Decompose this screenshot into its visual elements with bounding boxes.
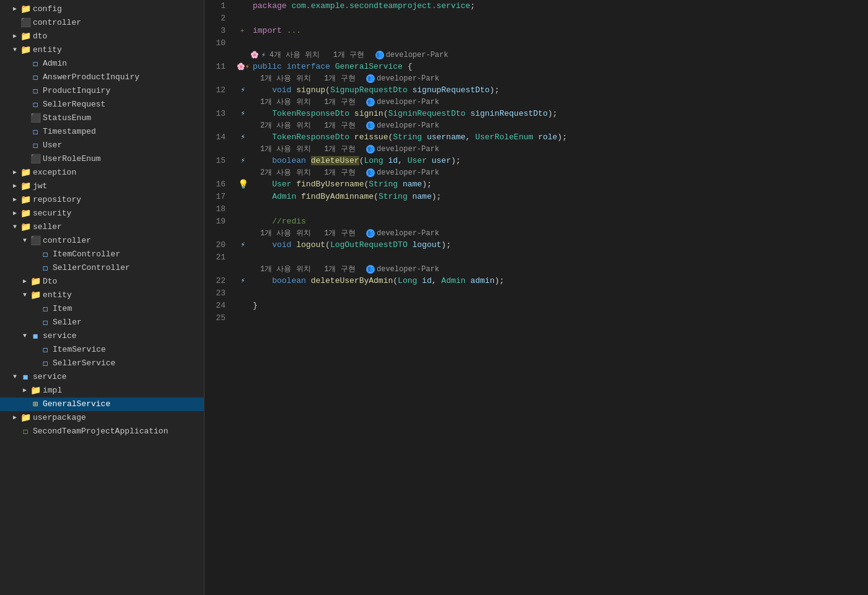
code-23 [250, 287, 868, 300]
sidebar-item-seller[interactable]: ▼ 📁 seller [0, 220, 204, 234]
hint-text-15: 1개 사용 위치 1개 구현 [260, 144, 364, 155]
sidebar-item-seller-entity[interactable]: ▼ 📁 entity [0, 289, 204, 302]
sidebar-item-item[interactable]: ◻ Item [0, 302, 204, 316]
sidebar-item-admin[interactable]: ◻ Admin [0, 57, 204, 71]
gutter-20: ⚡ [235, 239, 250, 251]
sidebar-item-userpackage[interactable]: ▶ 📁 userpackage [0, 411, 204, 425]
line-num-3: 3 [204, 25, 235, 37]
sidebar-item-dto[interactable]: ▶ 📁 dto [0, 30, 204, 43]
gutter-15: ⚡ [235, 155, 250, 167]
code-line-3: 3 + import ... [204, 25, 868, 37]
sidebar-label-dto: dto [33, 30, 47, 43]
hint-line-11: 🌸 ⚡ 4개 사용 위치 1개 구현 👥 developer-Park [204, 50, 868, 61]
gutter-13: ⚡ [235, 108, 250, 120]
sidebar-item-sellerrequest[interactable]: ◻ SellerRequest [0, 98, 204, 111]
sidebar-label-entity: entity [33, 44, 62, 56]
line-num-21: 21 [204, 251, 235, 264]
sidebar-label-statusenum: StatusEnum [43, 112, 91, 124]
sidebar-label-sellerrequest: SellerRequest [43, 98, 105, 111]
sidebar-item-repository[interactable]: ▶ 📁 repository [0, 193, 204, 207]
sidebar-item-config[interactable]: ▶ 📁 config [0, 2, 204, 16]
sidebar-item-user[interactable]: ◻ User [0, 139, 204, 152]
sidebar-item-controller[interactable]: ⬛ controller [0, 16, 204, 30]
hint-text-13: 1개 사용 위치 1개 구현 [260, 97, 364, 108]
sidebar-item-userroleenum[interactable]: ⬛ UserRoleEnum [0, 152, 204, 166]
code-13: TokenResponseDto signin(SigninRequestDto… [250, 108, 868, 120]
arrow-config: ▶ [10, 3, 20, 15]
code-line-13: 13 ⚡ TokenResponseDto signin(SigninReque… [204, 108, 868, 120]
user-avatar-15: 👥 [366, 145, 375, 154]
sidebar-label-admin: Admin [43, 58, 67, 70]
sidebar-item-statusenum[interactable]: ⬛ StatusEnum [0, 111, 204, 125]
line-num-22: 22 [204, 275, 235, 287]
sidebar-label-security: security [33, 207, 71, 220]
hint-dev-22: developer-Park [377, 264, 439, 275]
sidebar-item-sellerservice[interactable]: ◻ SellerService [0, 357, 204, 370]
folder-icon-entity: 📁 [20, 44, 31, 56]
user-avatar-11: 👥 [375, 51, 384, 59]
class-icon-productinquiry: ◻ [30, 85, 41, 97]
class-icon-timestamped: ◻ [30, 126, 41, 138]
sidebar-item-exception[interactable]: ▶ 📁 exception [0, 166, 204, 180]
hint-line-22: 1개 사용 위치 1개 구현 👥 developer-Park [204, 264, 868, 275]
sidebar-label-seller-service: service [43, 330, 77, 342]
fold-icon-3[interactable]: + [240, 25, 245, 37]
sidebar-label-userpackage: userpackage [33, 412, 86, 424]
sidebar-item-impl[interactable]: ▶ 📁 impl [0, 384, 204, 397]
code-15: boolean deleteUser(Long id, User user); [250, 155, 868, 167]
code-17: Admin findByAdminname(String name); [250, 191, 868, 203]
folder-icon-security: 📁 [20, 207, 31, 220]
icon-controller: ⬛ [20, 17, 31, 29]
sidebar-item-answerproductinquiry[interactable]: ◻ AnswerProductInquiry [0, 71, 204, 84]
sidebar-label-userroleenum: UserRoleEnum [43, 153, 101, 165]
sidebar-item-timestamped[interactable]: ◻ Timestamped [0, 125, 204, 139]
hint-line-15: 1개 사용 위치 1개 구현 👥 developer-Park [204, 144, 868, 155]
class-icon-user: ◻ [30, 139, 41, 152]
sidebar-item-itemcontroller[interactable]: ◻ ItemController [0, 248, 204, 261]
sidebar-item-security[interactable]: ▶ 📁 security [0, 207, 204, 220]
sidebar-label-jwt: jwt [33, 180, 47, 193]
hint-run-icon-11[interactable]: ⚡ [261, 50, 266, 61]
code-line-15: 15 ⚡ boolean deleteUser(Long id, User us… [204, 155, 868, 167]
code-line-24: 24 } [204, 300, 868, 312]
code-1: package com.example.secondteamproject.se… [250, 0, 868, 12]
user-avatar-12: 👥 [366, 74, 375, 83]
code-line-1: 1 package com.example.secondteamproject.… [204, 0, 868, 12]
sidebar-item-generalservice[interactable]: ⊞ GeneralService [0, 397, 204, 411]
hint-dev-16: developer-Park [377, 167, 439, 178]
sidebar-item-sellercontroller[interactable]: ◻ SellerController [0, 261, 204, 275]
sidebar-label-app: SecondTeamProjectApplication [33, 425, 168, 438]
sidebar-label-item: Item [53, 303, 72, 315]
sidebar-item-seller-service[interactable]: ▼ ◼ service [0, 329, 204, 343]
sidebar-label-user: User [43, 139, 62, 152]
sidebar-item-seller-controller[interactable]: ▼ ⬛ controller [0, 234, 204, 248]
hint-dev-20: developer-Park [377, 228, 439, 239]
hint-dev-12: developer-Park [377, 73, 439, 84]
folder-icon-config: 📁 [20, 3, 31, 15]
sidebar-item-service[interactable]: ▼ ◼ service [0, 370, 204, 384]
sidebar-label-seller-entity-seller: Seller [53, 316, 82, 329]
sidebar-item-productinquiry[interactable]: ◻ ProductInquiry [0, 84, 204, 98]
line-num-19: 19 [204, 215, 235, 228]
arrow-dto: ▶ [10, 30, 20, 43]
code-line-16: 16 💡 User findByUsername(String name); [204, 178, 868, 191]
sidebar-item-entity[interactable]: ▼ 📁 entity [0, 43, 204, 57]
code-line-14: 14 ⚡ TokenResponseDto reissue(String use… [204, 131, 868, 144]
user-avatar-20: 👥 [366, 229, 375, 238]
hint-line-20: 1개 사용 위치 1개 구현 👥 developer-Park [204, 228, 868, 239]
sidebar-item-itemservice[interactable]: ◻ ItemService [0, 343, 204, 357]
code-editor[interactable]: 1 package com.example.secondteamproject.… [204, 0, 868, 595]
sidebar-item-seller-entity-seller[interactable]: ◻ Seller [0, 316, 204, 329]
code-24: } [250, 300, 868, 312]
sidebar-item-jwt[interactable]: ▶ 📁 jwt [0, 180, 204, 193]
gutter-3: + [235, 25, 250, 37]
sidebar-label-itemcontroller: ItemController [53, 248, 120, 261]
sidebar-item-secondteamprojectapplication[interactable]: ◻ SecondTeamProjectApplication [0, 425, 204, 438]
folder-icon-exception: 📁 [20, 167, 31, 179]
hint-dev-13: developer-Park [377, 97, 439, 108]
line-num-12: 12 [204, 84, 235, 97]
sidebar-item-seller-dto[interactable]: ▶ 📁 Dto [0, 275, 204, 289]
folder-icon-userpackage: 📁 [20, 412, 31, 424]
file-tree[interactable]: ▶ 📁 config ⬛ controller ▶ 📁 dto ▼ 📁 enti… [0, 0, 204, 595]
class-icon-sellercontroller: ◻ [40, 262, 51, 274]
